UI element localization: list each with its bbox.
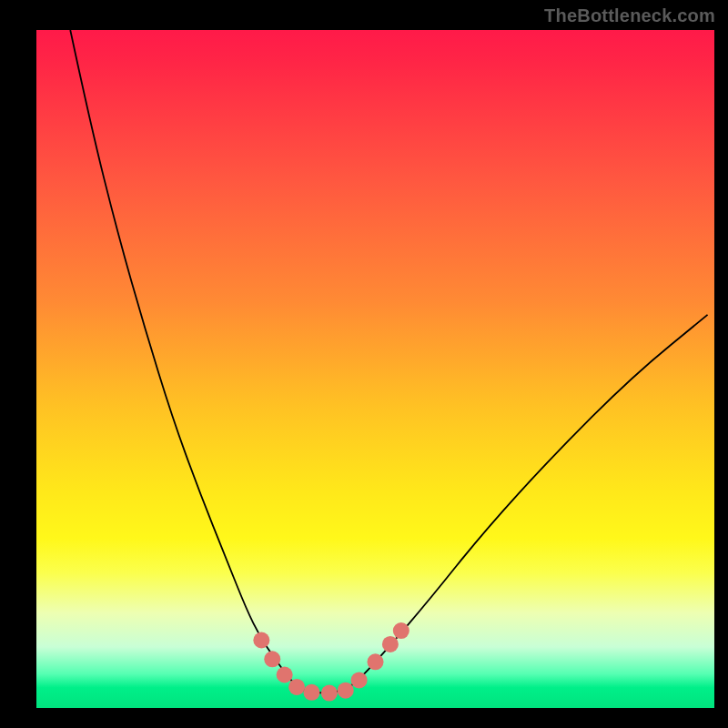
curve-marker: [277, 667, 293, 683]
curve-marker: [382, 636, 399, 652]
watermark-text: TheBottleneck.com: [544, 5, 715, 26]
curve-marker: [303, 684, 319, 701]
bottleneck-curve: [70, 30, 707, 693]
curve-marker: [351, 672, 368, 688]
curve-marker: [288, 679, 305, 695]
curve-marker: [393, 622, 410, 639]
curve-marker: [338, 682, 354, 699]
curve-marker: [264, 651, 280, 667]
curve-marker: [253, 632, 269, 649]
chart-frame: TheBottleneck.com: [0, 0, 728, 728]
curve-marker: [321, 685, 338, 702]
marker-group: [253, 622, 409, 702]
curve-marker: [368, 653, 384, 670]
plot-area: [36, 30, 714, 708]
chart-overlay: [36, 30, 714, 708]
